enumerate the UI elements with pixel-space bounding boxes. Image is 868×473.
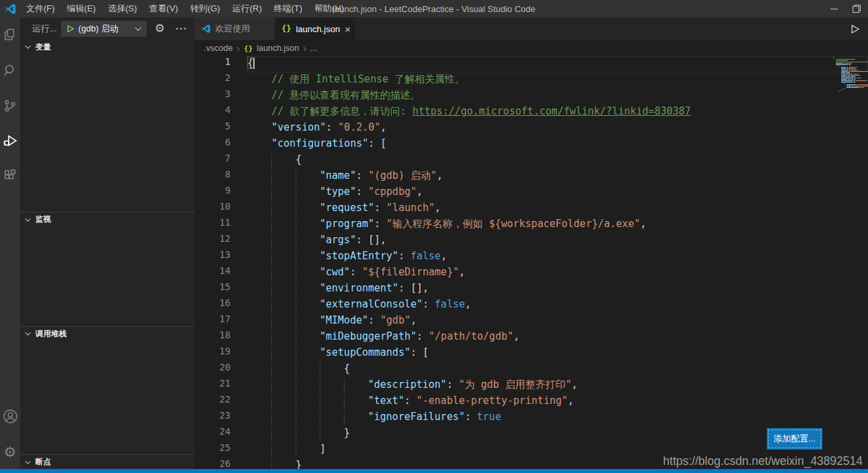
menu-item-file[interactable]: 文件(F) bbox=[20, 0, 61, 17]
code-line[interactable]: "setupCommands": [ bbox=[247, 346, 868, 362]
section-header-watch[interactable]: 监视 bbox=[20, 212, 194, 226]
chevron-down-icon bbox=[25, 216, 30, 221]
section-header-breakpoints[interactable]: 断点 bbox=[20, 455, 194, 469]
code-line[interactable]: "args": [], bbox=[247, 233, 868, 249]
line-number[interactable]: 17 bbox=[194, 314, 247, 330]
search-icon[interactable] bbox=[0, 52, 20, 88]
run-file-icon[interactable] bbox=[850, 24, 860, 34]
code-line[interactable]: "request": "launch", bbox=[247, 201, 868, 217]
code-line[interactable]: "environment": [], bbox=[247, 281, 868, 297]
debug-toolbar: 运行... (gdb) 启动 ⚙ ··· bbox=[20, 17, 194, 40]
settings-gear-icon[interactable]: ⚙ bbox=[0, 434, 20, 469]
tab-welcome[interactable]: 欢迎使用 bbox=[194, 17, 275, 40]
line-number[interactable]: 26 bbox=[194, 458, 247, 469]
explorer-icon[interactable] bbox=[0, 17, 20, 52]
code-line[interactable]: { bbox=[247, 153, 868, 169]
code-line[interactable]: "type": "cppdbg", bbox=[247, 185, 868, 201]
more-actions-icon[interactable]: ··· bbox=[173, 23, 190, 34]
minimize-icon[interactable] bbox=[822, 0, 845, 17]
line-number[interactable]: 24 bbox=[194, 426, 247, 442]
line-number[interactable]: 15 bbox=[194, 281, 247, 297]
menu-item-goto[interactable]: 转到(G) bbox=[184, 0, 227, 17]
line-number[interactable]: 10 bbox=[194, 201, 247, 217]
line-number[interactable]: 20 bbox=[194, 362, 247, 378]
menu-item-help[interactable]: 帮助(H) bbox=[308, 0, 350, 17]
line-number[interactable]: 1 bbox=[194, 56, 247, 72]
line-number[interactable]: 7 bbox=[194, 153, 247, 169]
breadcrumb[interactable]: .vscode › {} launch.json › ... bbox=[194, 40, 868, 56]
code-line[interactable]: "cwd": "${fileDirname}", bbox=[247, 265, 868, 281]
minimap[interactable] bbox=[833, 56, 868, 469]
code-line[interactable]: "miDebuggerPath": "/path/to/gdb", bbox=[247, 330, 868, 346]
json-file-icon: {} bbox=[282, 24, 291, 33]
code-line[interactable]: "MIMode": "gdb", bbox=[247, 314, 868, 330]
line-number[interactable]: 22 bbox=[194, 394, 247, 410]
code-line[interactable]: "externalConsole": false, bbox=[247, 297, 868, 314]
line-number[interactable]: 11 bbox=[194, 217, 247, 233]
section-header-callstack[interactable]: 调用堆栈 bbox=[20, 327, 194, 341]
code-line[interactable]: "configurations": [ bbox=[247, 137, 868, 153]
code-line[interactable]: // 悬停以查看现有属性的描述。 bbox=[247, 88, 868, 105]
code-line[interactable]: { bbox=[247, 362, 868, 378]
code-line[interactable]: "text": "-enable-pretty-printing", bbox=[247, 394, 868, 410]
activity-bar: ⚙ bbox=[0, 17, 20, 469]
menu-item-terminal[interactable]: 终端(T) bbox=[267, 0, 308, 17]
line-number[interactable]: 21 bbox=[194, 378, 247, 394]
chevron-down-icon bbox=[25, 458, 30, 464]
breadcrumb-separator: › bbox=[303, 43, 306, 54]
line-number[interactable]: 12 bbox=[194, 233, 247, 249]
code-line[interactable]: "version": "0.2.0", bbox=[247, 121, 868, 137]
source-control-icon[interactable] bbox=[0, 88, 20, 123]
chevron-down-icon bbox=[25, 44, 30, 49]
code-line[interactable]: "program": "输入程序名称，例如 ${workspaceFolder}… bbox=[247, 217, 868, 233]
main-area: ⚙ 运行... (gdb) 启动 ⚙ ··· 变量 bbox=[0, 17, 868, 469]
restore-icon[interactable] bbox=[845, 0, 868, 17]
menu-item-view[interactable]: 查看(V) bbox=[143, 0, 184, 17]
code-line[interactable]: // 欲了解更多信息，请访问: https://go.microsoft.com… bbox=[247, 105, 868, 121]
line-number[interactable]: 4 bbox=[194, 105, 247, 121]
line-number[interactable]: 2 bbox=[194, 72, 247, 88]
line-number[interactable]: 14 bbox=[194, 265, 247, 281]
debug-config-dropdown[interactable]: (gdb) 启动 bbox=[61, 21, 147, 37]
line-number[interactable]: 18 bbox=[194, 330, 247, 346]
line-number[interactable]: 25 bbox=[194, 442, 247, 458]
breadcrumb-folder[interactable]: .vscode bbox=[204, 44, 233, 53]
close-icon[interactable]: × bbox=[345, 24, 351, 34]
code-line[interactable]: "ignoreFailures": true bbox=[247, 410, 868, 426]
tab-launch-json[interactable]: {} launch.json × bbox=[275, 17, 355, 40]
extensions-icon[interactable] bbox=[0, 158, 20, 193]
line-number[interactable]: 16 bbox=[194, 297, 247, 314]
breadcrumb-more[interactable]: ... bbox=[310, 44, 317, 53]
section-header-variables[interactable]: 变量 bbox=[20, 40, 194, 54]
menu-item-edit[interactable]: 编辑(E) bbox=[61, 0, 102, 17]
configure-gear-icon[interactable]: ⚙ bbox=[151, 21, 169, 36]
run-debug-icon[interactable] bbox=[0, 123, 20, 158]
account-icon[interactable] bbox=[0, 398, 20, 434]
chevron-down-icon bbox=[135, 25, 141, 31]
tab-label: 欢迎使用 bbox=[215, 23, 250, 35]
line-number[interactable]: 6 bbox=[194, 137, 247, 153]
watermark-url: https://blog.csdn.net/weixin_43892514 bbox=[663, 454, 863, 468]
code-line[interactable]: "name": "(gdb) 启动", bbox=[247, 169, 868, 185]
menu-item-run[interactable]: 运行(R) bbox=[226, 0, 267, 17]
code-line[interactable]: { bbox=[247, 56, 868, 72]
line-number[interactable]: 23 bbox=[194, 410, 247, 426]
code-line[interactable]: // 使用 IntelliSense 了解相关属性。 bbox=[247, 72, 868, 88]
line-number[interactable]: 9 bbox=[194, 185, 247, 201]
code-line[interactable]: "description": "为 gdb 启用整齐打印", bbox=[247, 378, 868, 394]
add-configuration-button[interactable]: 添加配置... bbox=[767, 428, 822, 450]
line-number[interactable]: 8 bbox=[194, 169, 247, 185]
line-number[interactable]: 13 bbox=[194, 249, 247, 265]
code-line[interactable]: "stopAtEntry": false, bbox=[247, 249, 868, 265]
breadcrumb-file[interactable]: launch.json bbox=[257, 44, 299, 53]
line-number[interactable]: 3 bbox=[194, 88, 247, 105]
code-editor[interactable]: 1234567891011121314151617181920212223242… bbox=[194, 56, 868, 469]
line-number[interactable]: 19 bbox=[194, 346, 247, 362]
menu-item-selection[interactable]: 选择(S) bbox=[102, 0, 143, 17]
line-number[interactable]: 5 bbox=[194, 121, 247, 137]
minimap-content bbox=[833, 58, 868, 92]
section-callstack: 调用堆栈 bbox=[20, 326, 194, 454]
status-bar[interactable] bbox=[0, 469, 868, 473]
title-bar: 文件(F) 编辑(E) 选择(S) 查看(V) 转到(G) 运行(R) 终端(T… bbox=[0, 0, 868, 17]
section-watch: 监视 bbox=[20, 212, 194, 326]
